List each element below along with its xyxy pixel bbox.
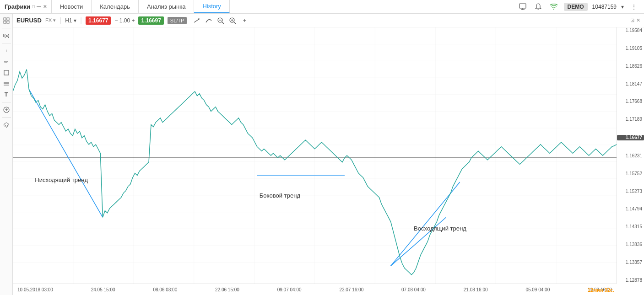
wifi-icon[interactable] (548, 1, 559, 12)
draw-btn[interactable]: ✏ (1, 57, 11, 67)
price-level-5: 1.17189 (617, 117, 644, 122)
crosshair-btn[interactable]: + (1, 46, 11, 56)
nav-market-analysis[interactable]: Анализ рынка (139, 0, 194, 13)
price-level-9: 1.15273 (617, 189, 644, 194)
price-level-8: 1.15752 (617, 172, 644, 176)
svg-line-51 (29, 89, 103, 217)
price-level-2: 1.18626 (617, 64, 644, 69)
price-level-3: 1.18147 (617, 82, 644, 86)
countdown-timer: 12мин 32с. (588, 287, 614, 293)
time-label-4: 09.07 04:00 (277, 287, 302, 292)
zoom-out-btn[interactable] (216, 16, 225, 25)
chart-container: f(x) + ✏ T EURUSD FX ▾ | H1 ▾ | 1.16677 … (0, 14, 644, 295)
fx-btn[interactable]: f(x) (1, 31, 11, 41)
price-chart-svg: Нисходящий тренд Боковой тренд Восходящи… (13, 27, 617, 284)
svg-rect-8 (4, 70, 9, 75)
logo-text: Графики (5, 3, 30, 10)
svg-rect-6 (4, 21, 6, 23)
price-level-14: 1.12878 (617, 278, 644, 283)
demo-badge: DEMO (564, 3, 588, 11)
svg-line-18 (194, 19, 200, 22)
timeframe: H1 ▾ (65, 17, 76, 24)
sltp-badge[interactable]: SL/TP (168, 17, 187, 24)
svg-line-21 (222, 22, 224, 24)
price-level-11: 1.14315 (617, 225, 644, 229)
price-level-0: 1.19584 (617, 28, 644, 33)
separator-2 (2, 43, 11, 43)
price-level-1: 1.19105 (617, 46, 644, 51)
price-axis: 1.19584 1.19105 1.18626 1.18147 1.17668 … (617, 27, 644, 284)
account-number: 10487159 (592, 4, 617, 10)
add-indicator-btn[interactable] (1, 105, 11, 115)
symbol-type: FX ▾ (45, 17, 56, 23)
nav-calendar[interactable]: Календарь (92, 0, 139, 13)
fullscreen-icon[interactable]: ⊡ (630, 17, 634, 23)
svg-text:Нисходящий тренд: Нисходящий тренд (35, 177, 88, 183)
svg-rect-0 (520, 4, 526, 8)
time-label-3: 22.06 15:00 (215, 287, 239, 292)
svg-text:Восходящий тренд: Восходящий тренд (414, 225, 467, 232)
curve-tool-btn[interactable] (204, 16, 213, 25)
price-level-current: 1.16677 (617, 135, 644, 140)
nav-history[interactable]: History (194, 0, 229, 13)
change-badge: − 1.00 + (114, 17, 135, 24)
logo: Графики □ — ✕ (0, 0, 52, 13)
logo-minimize-icon[interactable]: □ (32, 4, 35, 9)
nav-novosti[interactable]: Новости (52, 0, 92, 13)
grid-btn[interactable] (1, 16, 11, 26)
settings-icon[interactable]: ⋮ (628, 1, 639, 12)
price-level-12: 1.13836 (617, 242, 644, 247)
bell-icon[interactable] (533, 1, 544, 12)
logo-close-icon[interactable]: ✕ (43, 4, 47, 9)
svg-rect-4 (4, 18, 6, 20)
time-label-8: 05.09 04:00 (525, 287, 550, 292)
chart-svg-container: Нисходящий тренд Боковой тренд Восходящи… (13, 27, 617, 284)
close-chart-icon[interactable]: ✕ (636, 17, 640, 23)
time-label-7: 21.08 16:00 (464, 287, 488, 292)
separator-3 (2, 102, 11, 102)
svg-line-24 (234, 22, 236, 24)
layer-btn[interactable] (1, 120, 11, 130)
price-level-13: 1.13357 (617, 260, 644, 265)
monitor-icon[interactable] (517, 1, 528, 12)
price-level-4: 1.17668 (617, 99, 644, 104)
zoom-in-btn[interactable] (228, 16, 237, 25)
time-label-1: 24.05 15:00 (91, 287, 115, 292)
bid-price-badge: 1.16677 (86, 16, 111, 25)
topbar-nav: Новости Календарь Анализ рынка History (52, 0, 230, 13)
time-label-0: 10.05.2018 03:00 (17, 287, 53, 292)
svg-marker-15 (4, 123, 9, 126)
separator-4 (2, 117, 11, 118)
chart-main: EURUSD FX ▾ | H1 ▾ | 1.16677 − 1.00 + 1.… (13, 14, 644, 295)
rect-btn[interactable] (1, 68, 11, 78)
topbar-right: DEMO 10487159 ▾ ⋮ (517, 1, 644, 12)
svg-line-54 (391, 217, 446, 266)
line-tool-btn[interactable] (192, 16, 201, 25)
symbol-name: EURUSD (16, 17, 42, 24)
chart-header-right: ⊡ ✕ (630, 17, 640, 23)
time-label-5: 23.07 16:00 (339, 287, 363, 292)
text-btn[interactable]: T (1, 90, 11, 100)
price-level-7: 1.16231 (617, 154, 644, 158)
add-chart-tool-btn[interactable]: + (240, 16, 249, 25)
time-axis: 10.05.2018 03:00 24.05 15:00 08.06 03:00… (13, 284, 617, 295)
left-toolbar: f(x) + ✏ T (0, 14, 13, 295)
svg-rect-5 (7, 18, 9, 20)
logo-dash-icon[interactable]: — (37, 4, 41, 9)
svg-rect-7 (7, 21, 9, 23)
chart-header: EURUSD FX ▾ | H1 ▾ | 1.16677 − 1.00 + 1.… (13, 14, 644, 27)
separator-1 (2, 28, 11, 28)
time-label-2: 08.06 03:00 (153, 287, 177, 292)
lines-btn[interactable] (1, 79, 11, 89)
topbar: Графики □ — ✕ Новости Календарь Анализ р… (0, 0, 644, 14)
account-dropdown-icon[interactable]: ▾ (621, 4, 624, 10)
time-label-6: 07.08 04:00 (401, 287, 426, 292)
chart-tools: + (192, 16, 249, 25)
svg-text:Боковой тренд: Боковой тренд (260, 192, 301, 199)
price-level-10: 1.14794 (617, 207, 644, 211)
ask-price-badge: 1.16697 (138, 16, 163, 25)
